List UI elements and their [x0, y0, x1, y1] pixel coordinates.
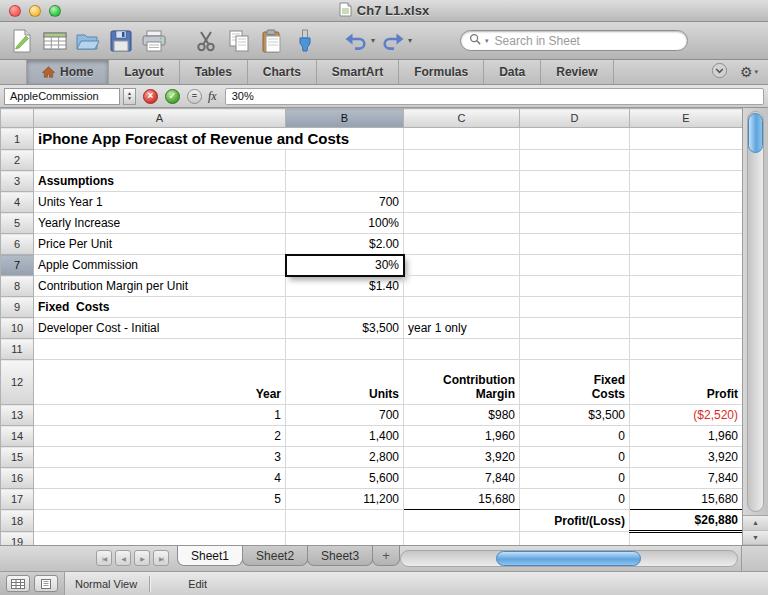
cell-B4[interactable]: 700	[286, 192, 404, 213]
row-header-6[interactable]: 6	[1, 234, 34, 255]
insert-function-icon[interactable]: =	[187, 89, 202, 104]
cell-E3[interactable]	[630, 171, 743, 192]
cell-D17[interactable]: 0	[520, 489, 630, 510]
row-header-17[interactable]: 17	[1, 489, 34, 510]
stepper-down-icon[interactable]: ▼	[127, 96, 132, 101]
cell-C12[interactable]: Contribution Margin	[404, 360, 520, 405]
row-header-1[interactable]: 1	[1, 128, 34, 150]
row-header-2[interactable]: 2	[1, 150, 34, 171]
cell-C11[interactable]	[404, 339, 520, 360]
scroll-down-icon[interactable]: ▼	[743, 531, 768, 546]
row-header-13[interactable]: 13	[1, 405, 34, 426]
cell-C4[interactable]	[404, 192, 520, 213]
fx-label[interactable]: fx	[208, 89, 217, 104]
cell-A12[interactable]: Year	[34, 360, 286, 405]
cell-C15[interactable]: 3,920	[404, 447, 520, 468]
cell-E17[interactable]: 15,680	[630, 489, 743, 510]
cell-A17[interactable]: 5	[34, 489, 286, 510]
cell-C18[interactable]	[404, 510, 520, 532]
cell-E7[interactable]	[630, 255, 743, 276]
cell-B18[interactable]	[286, 510, 404, 532]
row-header-11[interactable]: 11	[1, 339, 34, 360]
cell-B15[interactable]: 2,800	[286, 447, 404, 468]
col-header-B[interactable]: B	[286, 109, 404, 128]
cell-D13[interactable]: $3,500	[520, 405, 630, 426]
vertical-scroll-track[interactable]	[747, 111, 764, 512]
cell-D16[interactable]: 0	[520, 468, 630, 489]
cell-A10[interactable]: Developer Cost - Initial	[34, 318, 286, 339]
row-header-14[interactable]: 14	[1, 426, 34, 447]
row-header-15[interactable]: 15	[1, 447, 34, 468]
cell-A13[interactable]: 1	[34, 405, 286, 426]
next-sheet-icon[interactable]: ▶	[134, 550, 150, 566]
cell-D10[interactable]	[520, 318, 630, 339]
cell-D18[interactable]: Profit/(Loss)	[520, 510, 630, 532]
row-header-16[interactable]: 16	[1, 468, 34, 489]
cell-C7[interactable]	[404, 255, 520, 276]
cell-C10[interactable]: year 1 only	[404, 318, 520, 339]
cell-A7[interactable]: Apple Commission	[34, 255, 286, 276]
cell-C6[interactable]	[404, 234, 520, 255]
row-header-5[interactable]: 5	[1, 213, 34, 234]
close-button[interactable]	[9, 5, 21, 17]
col-header-E[interactable]: E	[630, 109, 743, 128]
cell-C8[interactable]	[404, 276, 520, 297]
cell-D6[interactable]	[520, 234, 630, 255]
cell-E15[interactable]: 3,920	[630, 447, 743, 468]
cell-D14[interactable]: 0	[520, 426, 630, 447]
formula-input[interactable]: 30%	[225, 88, 764, 105]
cell-C17[interactable]: 15,680	[404, 489, 520, 510]
cell-B3[interactable]	[286, 171, 404, 192]
first-sheet-icon[interactable]: |◀	[96, 550, 112, 566]
cell-D8[interactable]	[520, 276, 630, 297]
cell-E1[interactable]	[630, 128, 743, 150]
row-header-3[interactable]: 3	[1, 171, 34, 192]
cell-D4[interactable]	[520, 192, 630, 213]
scroll-up-icon[interactable]: ▲	[743, 516, 768, 531]
cell-D12[interactable]: Fixed Costs	[520, 360, 630, 405]
row-header-18[interactable]: 18	[1, 510, 34, 532]
sheet-tab-sheet1[interactable]: Sheet1	[177, 546, 243, 566]
cell-B10[interactable]: $3,500	[286, 318, 404, 339]
add-sheet-button[interactable]: +	[372, 546, 400, 566]
redo-icon[interactable]: ▾	[380, 26, 412, 56]
tab-charts[interactable]: Charts	[248, 60, 317, 84]
cell-A4[interactable]: Units Year 1	[34, 192, 286, 213]
cell-C19[interactable]	[404, 532, 520, 546]
cell-E8[interactable]	[630, 276, 743, 297]
cancel-icon[interactable]: ×	[143, 89, 158, 104]
open-icon[interactable]	[74, 26, 102, 56]
cell-E6[interactable]	[630, 234, 743, 255]
undo-dropdown-icon[interactable]: ▾	[371, 36, 375, 45]
cell-B5[interactable]: 100%	[286, 213, 404, 234]
horizontal-scrollbar[interactable]	[400, 550, 738, 567]
cell-D1[interactable]	[520, 128, 630, 150]
cell-B8[interactable]: $1.40	[286, 276, 404, 297]
cell-B12[interactable]: Units	[286, 360, 404, 405]
row-header-8[interactable]: 8	[1, 276, 34, 297]
cell-B2[interactable]	[286, 150, 404, 171]
redo-dropdown-icon[interactable]: ▾	[408, 36, 412, 45]
cell-E10[interactable]	[630, 318, 743, 339]
cell-D9[interactable]	[520, 297, 630, 318]
name-box[interactable]: AppleCommission	[4, 88, 120, 105]
cell-E13[interactable]: ($2,520)	[630, 405, 743, 426]
cell-C3[interactable]	[404, 171, 520, 192]
accept-icon[interactable]: ✓	[165, 89, 180, 104]
normal-view-button[interactable]	[6, 575, 30, 592]
cell-E11[interactable]	[630, 339, 743, 360]
cut-icon[interactable]	[192, 26, 220, 56]
cell-B6[interactable]: $2.00	[286, 234, 404, 255]
tab-formulas[interactable]: Formulas	[399, 60, 484, 84]
tab-review[interactable]: Review	[541, 60, 613, 84]
page-layout-view-button[interactable]	[34, 575, 58, 592]
cell-C16[interactable]: 7,840	[404, 468, 520, 489]
tab-smartart[interactable]: SmartArt	[317, 60, 399, 84]
cell-D15[interactable]: 0	[520, 447, 630, 468]
name-box-stepper[interactable]: ▲ ▼	[123, 88, 136, 105]
gear-icon[interactable]: ⚙▾	[740, 64, 758, 80]
tab-tables[interactable]: Tables	[180, 60, 248, 84]
tab-layout[interactable]: Layout	[109, 60, 179, 84]
vertical-scrollbar[interactable]: ▲ ▼	[742, 108, 768, 545]
vertical-scroll-thumb[interactable]	[748, 113, 763, 153]
